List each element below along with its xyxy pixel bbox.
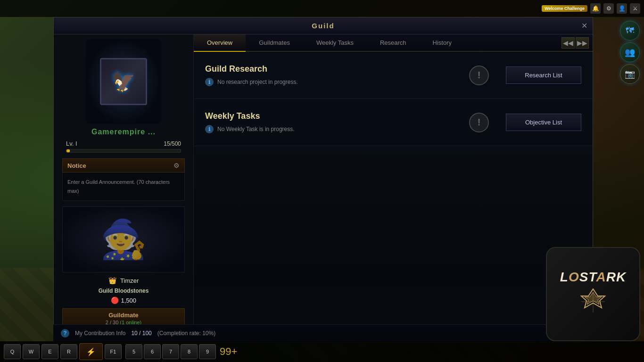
contribution-rate: (Completion rate: 10%) [157,330,215,337]
minimap-icon[interactable]: 🗺 [620,21,640,41]
weekly-status: ℹ No Weekly Task is in progress. [205,125,462,133]
notice-placeholder: Enter a Guild Announcement. (70 characte… [67,179,170,194]
hotkey-special[interactable]: ⚡ [79,343,103,360]
tab-nav-right[interactable]: ▶▶ [576,37,589,49]
guildmaster-row: 👑 Timzer [62,276,185,285]
lostark-text: LOSTARK [560,270,626,285]
panel-body: 🦅 Gamerempire ... Lv. I 15/500 Notice [54,34,593,342]
avatar-silhouette-icon: 🧙 [100,217,147,262]
lostark-watermark: LOSTARK [546,247,640,341]
tab-history[interactable]: History [420,34,465,52]
empty-content-area [194,146,593,288]
notice-section: Notice ⚙ Enter a Guild Announcement. (70… [62,158,185,201]
tab-guildmates[interactable]: Guildmates [246,34,303,52]
contribution-value: 10 / 100 [131,330,151,337]
panel-titlebar: Guild ✕ [54,17,593,34]
level-section: Lv. I 15/500 [62,138,185,155]
bloodstones-count: 1,500 [121,297,136,304]
combat-icon[interactable]: ⚔ [630,3,640,14]
bloodstones-row: 🔴 1,500 [62,296,185,304]
top-bar: Welcome Challenge 🔔 ⚙ 👤 ⚔ [0,0,644,17]
guild-sidebar: 🦅 Gamerempire ... Lv. I 15/500 Notice [54,34,194,342]
research-info-icon: ℹ [205,78,214,86]
hotkey-5[interactable]: 5 [125,344,142,359]
weekly-title: Weekly Tasks [205,111,462,121]
guild-emblem-icon: 🦅 [112,71,135,93]
close-button[interactable]: ✕ [579,21,589,31]
research-warning-icon: ! [469,66,489,85]
notice-gear-icon[interactable]: ⚙ [173,162,180,169]
guildmaster-name: Timzer [120,277,139,284]
hotbar-special-icon: 99+ [220,346,237,358]
profile-icon[interactable]: 👤 [617,3,627,14]
guildmate-title: Guildmate [67,312,180,319]
party-icon[interactable]: 👥 [620,42,640,62]
guildmaster-section: 👑 Timzer Guild Bloodstones 🔴 1,500 [62,272,185,308]
tab-research[interactable]: Research [367,34,420,52]
top-bar-right: Welcome Challenge 🔔 ⚙ 👤 ⚔ [542,3,640,14]
tabs-bar: Overview Guildmates Weekly Tasks Researc… [194,34,593,52]
tab-nav-buttons: ◀◀ ▶▶ [561,37,593,49]
level-label: Lv. I [66,140,77,147]
right-ui-panel: 🗺 👥 📷 [616,17,644,88]
hotkey-r[interactable]: R [60,344,77,359]
content-area: Guild Research ℹ No research project in … [194,52,593,342]
contribution-label: My Contribution Info [75,330,125,337]
welcome-challenge-badge[interactable]: Welcome Challenge [542,5,587,12]
level-row: Lv. I 15/500 [66,140,181,147]
weekly-status-text: No Weekly Task is in progress. [217,126,295,132]
guild-emblem-container: 🦅 [86,39,161,124]
contribution-help-icon[interactable]: ? [61,329,69,337]
hotkey-8[interactable]: 8 [181,344,198,359]
weekly-info: Weekly Tasks ℹ No Weekly Task is in prog… [205,111,462,133]
tab-overview[interactable]: Overview [194,34,246,52]
lostark-emblem-icon [574,287,612,319]
notice-body: Enter a Guild Announcement. (70 characte… [62,173,185,201]
research-status-text: No research project in progress. [217,79,298,85]
hotkey-q[interactable]: Q [4,344,21,359]
weekly-info-icon: ℹ [205,125,214,133]
camera-icon[interactable]: 📷 [620,64,640,84]
level-count: 15/500 [164,140,181,147]
guild-avatar-area: 🧙 [62,206,185,272]
notice-header: Notice ⚙ [62,158,185,173]
hotkey-7[interactable]: 7 [162,344,179,359]
research-title: Guild Research [205,64,462,74]
notice-title: Notice [67,162,86,169]
bell-icon[interactable]: 🔔 [590,3,601,14]
panel-title: Guild [312,22,334,30]
bloodstones-title: Guild Bloodstones [62,288,185,294]
hotkey-9[interactable]: 9 [199,344,216,359]
hotkey-e[interactable]: E [41,344,58,359]
main-content: Overview Guildmates Weekly Tasks Researc… [194,34,593,342]
weekly-tasks-section: Weekly Tasks ℹ No Weekly Task is in prog… [194,99,593,146]
tab-weekly-tasks[interactable]: Weekly Tasks [303,34,367,52]
objective-list-button[interactable]: Objective List [506,114,581,131]
settings-icon[interactable]: ⚙ [603,3,614,14]
tab-nav-left[interactable]: ◀◀ [561,37,575,49]
crown-icon: 👑 [108,277,116,284]
guild-panel: Guild ✕ 🦅 Gamerempire ... Lv. I 15/500 [53,17,593,342]
bloodstones-icon: 🔴 [111,296,119,304]
research-info: Guild Research ℹ No research project in … [205,64,462,86]
hotkey-f1[interactable]: F1 [105,344,122,359]
research-list-button[interactable]: Research List [506,66,581,84]
level-bar-bg [66,149,181,153]
research-status: ℹ No research project in progress. [205,78,462,86]
level-bar-fill [66,149,70,152]
bottom-info-bar: ? My Contribution Info 10 / 100 (Complet… [53,324,593,341]
hotkey-6[interactable]: 6 [144,344,161,359]
guild-research-section: Guild Research ℹ No research project in … [194,52,593,99]
weekly-warning-icon: ! [469,113,489,132]
guild-name: Gamerempire ... [91,128,156,136]
guild-emblem-frame: 🦅 [100,58,147,105]
hotkey-w[interactable]: W [23,344,40,359]
bottom-hotbar: Q W E R ⚡ F1 5 6 7 8 9 99+ [0,341,644,362]
